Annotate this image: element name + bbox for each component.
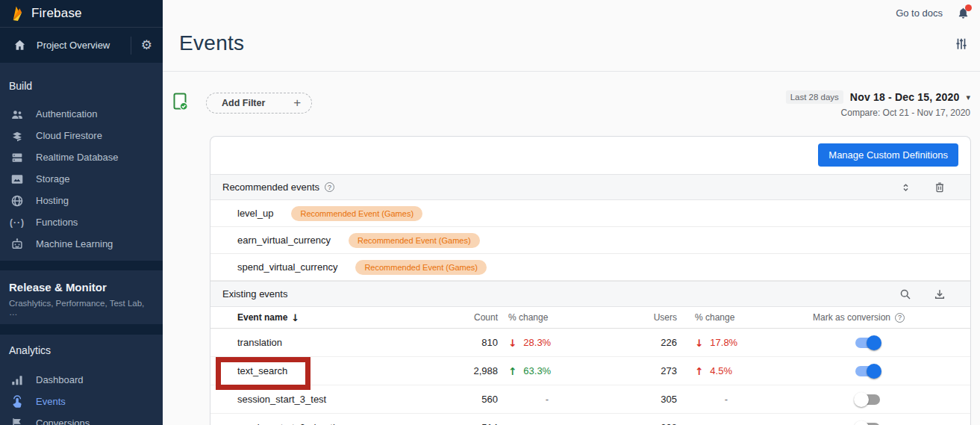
count-value: 560 xyxy=(434,394,498,405)
users-value: 305 xyxy=(558,394,677,405)
firebase-logo-icon xyxy=(11,4,24,22)
table-row-partial: session_start_3_duration 514 308 xyxy=(210,414,970,425)
users-change-value: 17.8% xyxy=(710,337,737,348)
column-event-name[interactable]: Event name xyxy=(237,312,287,323)
conversion-toggle[interactable] xyxy=(854,421,881,425)
count-value: 2,988 xyxy=(434,365,498,376)
sidebar-item-dashboard[interactable]: Dashboard xyxy=(0,369,163,391)
storage-icon xyxy=(9,172,25,187)
sidebar-item-authentication[interactable]: Authentication xyxy=(0,103,163,125)
count-value: 514 xyxy=(434,422,498,425)
users-value: 308 xyxy=(558,422,677,425)
recommended-event-row: level_up Recommended Event (Games) xyxy=(210,200,970,227)
main-content: Go to docs Events Add Filter xyxy=(163,0,980,425)
sidebar-item-label: Events xyxy=(36,396,66,407)
brand-name: Firebase xyxy=(31,6,82,21)
search-icon[interactable] xyxy=(899,288,912,301)
authentication-icon xyxy=(9,107,25,122)
recommended-badge: Recommended Event (Games) xyxy=(291,206,422,221)
sidebar-item-conversions[interactable]: Conversions xyxy=(0,412,163,425)
existing-events-title: Existing events xyxy=(222,288,287,300)
column-users-change[interactable]: % change xyxy=(677,312,737,323)
table-row: session_start_3_test 560 - 305 - xyxy=(210,385,970,414)
sidebar-item-cloud-firestore[interactable]: Cloud Firestore xyxy=(0,125,163,146)
manage-custom-definitions-button[interactable]: Manage Custom Definitions xyxy=(818,143,958,167)
conversion-toggle[interactable] xyxy=(854,392,881,407)
sidebar-item-label: Storage xyxy=(36,173,70,184)
help-icon[interactable]: ? xyxy=(325,182,334,192)
users-change-value: - xyxy=(677,394,737,405)
functions-icon: (··) xyxy=(9,217,25,228)
gear-icon[interactable]: ⚙ xyxy=(141,39,152,52)
segment-check-icon[interactable] xyxy=(173,93,189,113)
download-icon[interactable] xyxy=(933,288,946,301)
column-count-change[interactable]: % change xyxy=(498,312,558,323)
column-count[interactable]: Count xyxy=(434,312,498,323)
realtime-database-icon xyxy=(9,150,25,165)
conversions-icon xyxy=(9,416,25,425)
recommended-event-row: earn_virtual_currency Recommended Event … xyxy=(210,227,970,254)
analytics-section-label: Analytics xyxy=(0,344,163,369)
date-range-label: Nov 18 - Dec 15, 2020 xyxy=(850,91,960,103)
firebase-brand[interactable]: Firebase xyxy=(0,0,163,27)
column-mark-as-conversion: Mark as conversion xyxy=(813,312,890,323)
event-name: text_search xyxy=(210,365,434,376)
sidebar-item-functions[interactable]: (··) Functions xyxy=(0,211,163,233)
table-row: text_search 2,988 ↑ 63.3% 273 ↑ 4.5% xyxy=(210,357,970,385)
delete-icon[interactable] xyxy=(933,181,946,194)
chevron-down-icon: ▾ xyxy=(966,93,970,102)
project-overview-label: Project Overview xyxy=(37,40,121,51)
event-name: spend_virtual_currency xyxy=(237,261,337,273)
sidebar-item-machine-learning[interactable]: Machine Learning xyxy=(0,233,163,255)
filter-bar: Add Filter + Last 28 days Nov 18 - Dec 1… xyxy=(173,90,970,122)
events-icon xyxy=(9,394,25,409)
compare-range-label: Compare: Oct 21 - Nov 17, 2020 xyxy=(786,108,970,118)
sidebar-item-events[interactable]: Events xyxy=(0,391,163,412)
divider xyxy=(131,37,131,55)
sidebar-item-label: Dashboard xyxy=(36,374,84,385)
expand-collapse-icon[interactable] xyxy=(899,181,912,194)
tune-filters-icon[interactable] xyxy=(955,37,968,50)
card-toolbar: Manage Custom Definitions xyxy=(210,137,970,174)
sidebar: Firebase Project Overview ⚙ Build Authen… xyxy=(0,0,163,425)
add-filter-label: Add Filter xyxy=(222,98,265,108)
sidebar-item-label: Authentication xyxy=(36,108,97,120)
events-card: Manage Custom Definitions Recommended ev… xyxy=(210,136,971,425)
date-range-selector[interactable]: Last 28 days Nov 18 - Dec 15, 2020 ▾ Com… xyxy=(786,90,970,118)
sidebar-item-realtime-database[interactable]: Realtime Database xyxy=(0,146,163,168)
sidebar-item-hosting[interactable]: Hosting xyxy=(0,190,163,211)
recommended-events-title: Recommended events xyxy=(222,182,319,193)
event-name: translation xyxy=(210,337,434,348)
count-change-value: 63.3% xyxy=(523,365,551,376)
trend-down-icon: ↓ xyxy=(695,337,703,349)
conversion-toggle[interactable] xyxy=(854,364,881,379)
sidebar-section-release-monitor[interactable]: Release & Monitor Crashlytics, Performan… xyxy=(0,270,163,324)
date-preset-chip: Last 28 days xyxy=(786,90,843,104)
count-value: 810 xyxy=(434,337,498,348)
firestore-icon xyxy=(9,128,25,143)
hosting-icon xyxy=(9,193,25,208)
sort-descending-icon[interactable]: ↓ xyxy=(291,312,299,323)
trend-up-icon: ↑ xyxy=(695,365,703,377)
help-icon[interactable]: ? xyxy=(895,313,905,323)
machine-learning-icon xyxy=(9,237,25,252)
recommended-event-row: spend_virtual_currency Recommended Event… xyxy=(210,254,970,281)
release-monitor-subtitle: Crashlytics, Performance, Test Lab, … xyxy=(9,299,154,317)
toggle-knob xyxy=(854,392,869,407)
column-users[interactable]: Users xyxy=(558,312,677,323)
users-change-value: 4.5% xyxy=(710,365,732,376)
toggle-knob xyxy=(854,421,869,425)
event-name: level_up xyxy=(237,208,273,219)
toggle-knob xyxy=(867,364,881,379)
sidebar-item-label: Hosting xyxy=(36,195,69,206)
conversion-toggle[interactable] xyxy=(854,335,881,350)
sidebar-item-project-overview[interactable]: Project Overview ⚙ xyxy=(0,27,163,63)
trend-down-icon: ↓ xyxy=(508,337,516,349)
add-filter-button[interactable]: Add Filter + xyxy=(206,93,312,114)
page-header: Events xyxy=(163,0,980,72)
sidebar-item-storage[interactable]: Storage xyxy=(0,168,163,190)
event-name: session_start_3_test xyxy=(210,394,434,405)
sidebar-item-label: Machine Learning xyxy=(36,238,113,249)
sidebar-section-build: Build Authentication Cloud Firestore xyxy=(0,63,163,261)
plus-icon: + xyxy=(293,96,301,111)
